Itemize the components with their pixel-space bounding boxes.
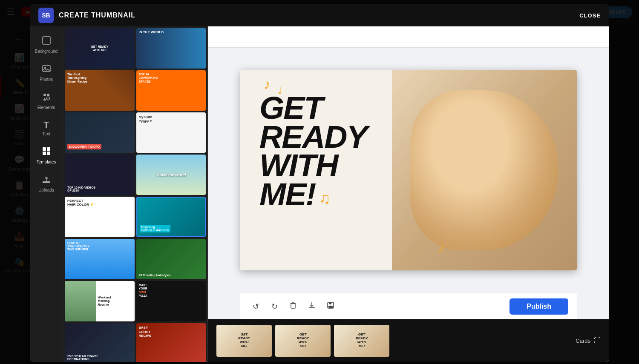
cards-label: Cards — [576, 338, 590, 344]
template-16[interactable]: EASYCURRYRECIPE — [136, 323, 206, 362]
svg-rect-4 — [47, 94, 49, 96]
template-2[interactable]: IN THE WORLD — [136, 28, 206, 69]
svg-rect-0 — [43, 37, 50, 44]
text-icon: T — [43, 120, 49, 130]
tool-photos-label: Photos — [40, 77, 53, 82]
template-11[interactable]: HOW TOSTAY HEALTHYTHIS SUMMER — [65, 239, 135, 279]
template-4[interactable]: TOP 10COWORKINGSPACES — [136, 70, 206, 111]
svg-rect-7 — [47, 147, 50, 151]
svg-rect-17 — [328, 306, 333, 308]
template-5[interactable]: DISCOVER TOKYO — [65, 112, 135, 153]
svg-point-5 — [46, 97, 49, 100]
canvas-main-text[interactable]: GET READY WITH ME! ♫ — [259, 94, 428, 209]
modal-header: SB CREATE THUMBNAIL CLOSE — [30, 4, 609, 26]
template-6[interactable]: My CutePygpy ♥ — [136, 112, 206, 153]
templates-icon — [42, 146, 51, 158]
tool-templates[interactable]: Templates — [30, 142, 63, 169]
photos-icon — [42, 64, 51, 75]
filmstrip-thumb-2[interactable]: GETREADYWITHME! — [275, 325, 331, 357]
svg-point-3 — [43, 94, 46, 96]
download-button[interactable] — [305, 300, 319, 313]
canvas-section: ♪ ♩ GET READY WITH ME! ♫ — [208, 26, 609, 362]
template-1[interactable]: GET READYWITH ME! — [65, 28, 135, 69]
modal-overlay: SB CREATE THUMBNAIL CLOSE Background Pho — [0, 0, 639, 364]
tool-elements-label: Elements — [37, 105, 55, 110]
template-15[interactable]: 25 POPULAR TRAVELDESTINATIONS — [65, 323, 135, 362]
svg-rect-6 — [43, 147, 46, 151]
tool-text-label: Text — [42, 132, 50, 136]
templates-panel: GET READYWITH ME! IN THE WORLD — [63, 26, 208, 362]
tool-background-label: Background — [35, 49, 58, 54]
redo-button[interactable]: ↻ — [268, 300, 281, 313]
filmstrip: GETREADYWITHME! GETREADYWITHME! — [208, 319, 609, 362]
tool-elements[interactable]: Elements — [30, 88, 63, 114]
music-note-1: ♪ — [264, 77, 271, 92]
svg-rect-11 — [291, 304, 295, 308]
music-note-2: ♩ — [278, 85, 282, 96]
music-note-3: ♫ — [319, 192, 329, 205]
tools-panel: Background Photos Elements T Text — [30, 26, 63, 362]
svg-rect-8 — [43, 152, 46, 155]
canvas-wrapper: ♪ ♩ GET READY WITH ME! ♫ — [240, 70, 577, 270]
tool-uploads-label: Uploads — [38, 188, 54, 192]
template-13[interactable]: WeekendMorningRoutine — [65, 281, 135, 321]
filmstrip-thumb-1[interactable]: GETREADYWITHME! — [216, 325, 272, 357]
download-icon — [308, 301, 316, 311]
modal-title: CREATE THUMBNAIL — [59, 11, 135, 19]
svg-rect-16 — [329, 302, 331, 304]
filmstrip-thumb-3[interactable]: GETREADYWITHME! — [334, 325, 389, 357]
template-7[interactable]: TOP 10 KID VIDEOSOF 2020 — [65, 155, 135, 195]
save-button[interactable] — [324, 300, 337, 313]
svg-rect-9 — [47, 152, 50, 155]
modal-logo: SB — [38, 8, 54, 23]
text-line-2: READY — [259, 123, 428, 152]
template-8[interactable]: Travel the World — [136, 155, 206, 195]
publish-button[interactable]: Publish — [509, 298, 568, 315]
create-thumbnail-modal: SB CREATE THUMBNAIL CLOSE Background Pho — [30, 4, 609, 362]
cards-section: Cards ⛶ — [576, 337, 601, 344]
modal-body: Background Photos Elements T Text — [30, 26, 609, 362]
undo-button[interactable]: ↺ — [249, 300, 262, 313]
template-3[interactable]: The BestThanksgivingDinner Recipe — [65, 70, 135, 111]
canvas-toolbar: ↺ ↻ — [240, 293, 577, 319]
uploads-icon — [42, 175, 51, 186]
text-line-3: WITH — [259, 151, 428, 180]
tool-templates-label: Templates — [37, 160, 56, 164]
delete-button[interactable] — [286, 300, 300, 313]
undo-icon: ↺ — [253, 302, 259, 311]
tool-photos[interactable]: Photos — [30, 60, 63, 86]
elements-icon — [42, 92, 51, 103]
tool-uploads[interactable]: Uploads — [30, 170, 63, 197]
expand-icon[interactable]: ⛶ — [594, 337, 601, 344]
tool-background[interactable]: Background — [30, 32, 63, 58]
svg-rect-14 — [309, 307, 315, 308]
background-icon — [42, 36, 51, 47]
template-9[interactable]: PERFECTHAIR COLOR ⚡ — [65, 197, 135, 237]
templates-grid: GET READYWITH ME! IN THE WORLD — [63, 26, 207, 362]
template-14[interactable]: MAKEYOUROWNPIZZA — [136, 281, 206, 321]
delete-icon — [289, 301, 297, 311]
svg-rect-10 — [43, 181, 50, 183]
tool-text[interactable]: T Text — [30, 116, 63, 140]
canvas-area[interactable]: ♪ ♩ GET READY WITH ME! ♫ — [208, 48, 609, 293]
text-line-1: GET — [259, 94, 428, 123]
redo-icon: ↻ — [271, 302, 278, 311]
close-button[interactable]: CLOSE — [579, 12, 601, 19]
canvas-topbar — [208, 26, 609, 48]
save-icon — [327, 301, 334, 311]
text-line-4: ME! — [259, 180, 315, 209]
template-12[interactable]: 20 Trending Hairstyles — [136, 239, 206, 279]
template-10[interactable]: ExploringSydney in Australia — [136, 197, 206, 237]
